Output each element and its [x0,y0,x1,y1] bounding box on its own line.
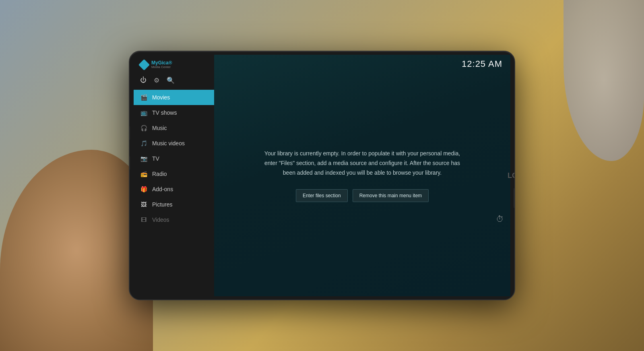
nav-label-radio: Radio [152,171,167,177]
nav-item-music[interactable]: 🎧 Music [134,120,214,136]
nav-label-tvshows: TV shows [152,109,177,116]
addons-icon: 🎁 [140,186,147,193]
nav-item-addons[interactable]: 🎁 Add-ons [134,182,214,197]
settings-icon[interactable]: ⚙ [154,76,159,84]
videos-icon: 🎞 [140,216,147,223]
search-icon[interactable]: 🔍 [167,76,175,84]
phone-screen: 12:25 AM MyGica® Media Center [134,55,510,296]
action-buttons-row: Enter files section Remove this main men… [296,189,429,202]
volume-down-button[interactable] [129,156,130,170]
nav-label-pictures: Pictures [152,201,173,208]
radio-icon: 📻 [140,170,147,178]
clock-decoration-icon: ⏱ [496,215,504,224]
sidebar-toolbar: ⏻ ⚙ 🔍 [134,74,214,90]
nav-item-tv[interactable]: 📷 TV [134,151,214,166]
brand-text: MyGica® Media Center [151,60,172,69]
nav-item-tvshows[interactable]: 📺 TV shows [134,105,214,120]
app-layout: MyGica® Media Center ⏻ ⚙ 🔍 🎬 Movies [134,55,510,296]
enter-files-section-button[interactable]: Enter files section [296,189,348,202]
nav-label-movies: Movies [152,94,170,101]
nav-item-musicvideos[interactable]: 🎵 Music videos [134,136,214,151]
nav-item-radio[interactable]: 📻 Radio [134,166,214,182]
phone-frame: LG 12:25 AM MyGica® Media Center [129,51,515,300]
power-side-button[interactable] [514,188,515,208]
status-bar-time: 12:25 AM [462,59,502,69]
sidebar-header: MyGica® Media Center [134,55,214,74]
nav-label-music: Music [152,125,167,131]
tvshows-icon: 📺 [140,109,147,116]
nav-item-videos[interactable]: 🎞 Videos [134,212,214,227]
music-icon: 🎧 [140,124,147,132]
musicvideos-icon: 🎵 [140,140,147,147]
nav-label-musicvideos: Music videos [152,140,185,147]
volume-up-button[interactable] [129,126,130,140]
lg-brand-logo: LG [508,171,515,180]
empty-library-message: Your library is currently empty. In orde… [262,149,463,178]
brand-subtitle: Media Center [151,66,172,69]
brand-logo-diamond [138,59,150,70]
nav-item-movies[interactable]: 🎬 Movies [134,90,214,105]
sidebar: MyGica® Media Center ⏻ ⚙ 🔍 🎬 Movies [134,55,214,296]
remove-menu-item-button[interactable]: Remove this main menu item [353,189,429,202]
movies-icon: 🎬 [140,94,147,101]
main-content-area: Your library is currently empty. In orde… [214,55,510,296]
hand-decoration-right [564,0,644,161]
nav-item-pictures[interactable]: 🖼 Pictures [134,197,214,212]
tv-icon: 📷 [140,155,147,162]
nav-label-tv: TV [152,155,159,162]
nav-label-videos: Videos [152,217,169,223]
power-icon[interactable]: ⏻ [140,76,147,84]
scene: LG 12:25 AM MyGica® Media Center [0,0,644,351]
nav-label-addons: Add-ons [152,186,173,192]
pictures-icon: 🖼 [140,201,147,208]
